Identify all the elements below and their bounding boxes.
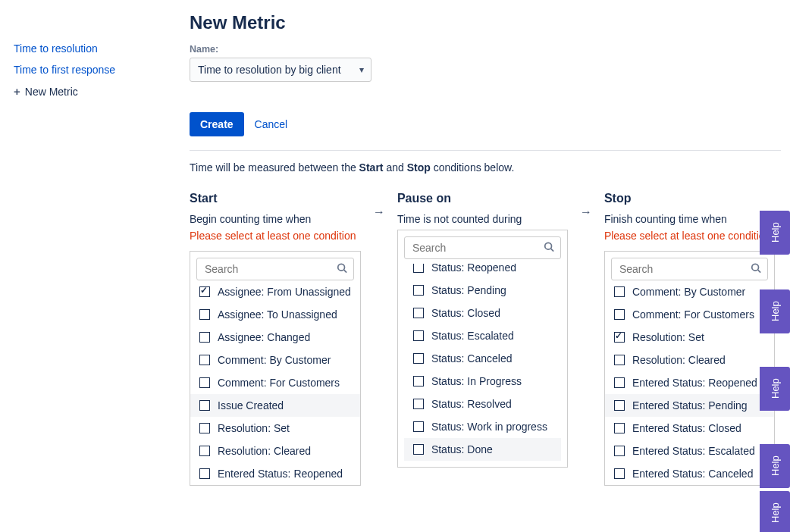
list-item[interactable]: Assignee: Changed	[190, 326, 360, 349]
name-field-label: Name:	[190, 44, 781, 55]
checkbox-icon[interactable]	[199, 400, 210, 411]
stop-search-input[interactable]	[612, 258, 767, 280]
list-item[interactable]: Assignee: To Unassigned	[190, 303, 360, 326]
checkbox-icon[interactable]	[199, 355, 210, 365]
list-item[interactable]: Resolution: Set	[605, 326, 774, 349]
list-item[interactable]: Resolution: Cleared	[190, 440, 360, 462]
start-items-scroll[interactable]: Assignee: From UnassignedAssignee: To Un…	[190, 280, 360, 485]
help-tab[interactable]: Help	[760, 289, 790, 333]
list-item[interactable]: Status: In Progress	[404, 370, 561, 393]
pause-items-scroll[interactable]: Status: ReopenedStatus: PendingStatus: C…	[404, 264, 561, 461]
list-item[interactable]: Status: Escalated	[404, 324, 561, 347]
list-item[interactable]: Entered Status: Escalated	[605, 440, 774, 462]
checkbox-icon[interactable]	[614, 286, 625, 297]
checkbox-icon[interactable]	[614, 309, 625, 320]
checkbox-icon[interactable]	[199, 377, 210, 388]
list-item-label: Issue Created	[218, 399, 284, 412]
list-item-label: Comment: By Customer	[632, 286, 745, 298]
pause-panel: Status: ReopenedStatus: PendingStatus: C…	[397, 230, 568, 468]
list-item[interactable]: Resolution: Cleared	[605, 349, 774, 371]
checkbox-icon[interactable]	[614, 446, 625, 456]
list-item[interactable]: Comment: By Customer	[605, 280, 774, 303]
list-item[interactable]: Entered Status: Reopened	[190, 462, 360, 485]
pause-title: Pause on	[397, 192, 568, 205]
checkbox-icon[interactable]	[199, 309, 210, 320]
list-item[interactable]: Status: Work in progress	[404, 415, 561, 438]
list-item-label: Assignee: To Unassigned	[218, 308, 337, 321]
checkbox-icon[interactable]	[413, 399, 424, 409]
pause-search-wrap	[404, 236, 561, 259]
help-tab[interactable]: Help	[760, 367, 790, 411]
arrow-icon: →	[361, 192, 397, 219]
checkbox-icon[interactable]	[413, 264, 424, 273]
list-item[interactable]: Comment: By Customer	[190, 349, 360, 371]
pause-subtitle: Time is not counted during	[397, 213, 568, 225]
pause-column: Pause on Time is not counted during Stat…	[397, 192, 568, 468]
list-item[interactable]: Issue Created	[190, 394, 360, 417]
checkbox-icon[interactable]	[614, 377, 625, 388]
checkbox-icon[interactable]	[614, 468, 625, 479]
list-item-label: Status: In Progress	[431, 375, 522, 387]
start-error: Please select at least one condition	[190, 230, 361, 242]
plus-icon: +	[14, 85, 20, 98]
list-item[interactable]: Resolution: Set	[190, 417, 360, 440]
checkbox-icon[interactable]	[614, 355, 625, 365]
stop-items-scroll[interactable]: Comment: By CustomerComment: For Custome…	[605, 280, 774, 485]
description-text: Time will be measured between the Start …	[190, 161, 781, 174]
checkbox-icon[interactable]	[413, 353, 424, 364]
list-item[interactable]: Comment: For Customers	[605, 303, 774, 326]
list-item[interactable]: Comment: For Customers	[190, 371, 360, 394]
list-item[interactable]: Assignee: From Unassigned	[190, 280, 360, 303]
sidebar-new-metric-label: New Metric	[25, 86, 78, 98]
checkbox-icon[interactable]	[413, 330, 424, 341]
list-item-label: Assignee: From Unassigned	[218, 286, 351, 298]
checkbox-icon[interactable]	[413, 285, 424, 296]
checkbox-icon[interactable]	[199, 468, 210, 479]
checkbox-icon[interactable]	[614, 423, 625, 433]
sidebar-new-metric[interactable]: + New Metric	[14, 80, 164, 102]
stop-listbox: Comment: By CustomerComment: For Custome…	[604, 251, 775, 486]
list-item[interactable]: Status: Reopened	[404, 264, 561, 279]
list-item-label: Entered Status: Closed	[632, 422, 741, 434]
checkbox-icon[interactable]	[199, 423, 210, 433]
list-item[interactable]: Status: Done	[404, 438, 561, 461]
help-tab[interactable]: Help	[760, 491, 790, 532]
list-item-label: Entered Status: Reopened	[632, 377, 757, 389]
start-search-input[interactable]	[197, 258, 353, 280]
checkbox-icon[interactable]	[413, 421, 424, 432]
checkbox-icon[interactable]	[413, 308, 424, 318]
list-item-label: Comment: By Customer	[218, 354, 331, 366]
list-item[interactable]: Status: Pending	[404, 279, 561, 302]
list-item-label: Entered Status: Canceled	[632, 468, 754, 480]
list-item[interactable]: Status: Canceled	[404, 347, 561, 370]
list-item[interactable]: Entered Status: Pending	[605, 394, 774, 417]
list-item[interactable]: Entered Status: Canceled	[605, 462, 774, 485]
arrow-icon: →	[568, 192, 604, 219]
sidebar-item-time-to-first-response[interactable]: Time to first response	[14, 59, 164, 80]
help-tab[interactable]: Help	[760, 211, 790, 255]
stop-title: Stop	[604, 192, 775, 205]
name-select[interactable]: Time to resolution by big client	[190, 58, 371, 82]
help-tab[interactable]: Help	[760, 444, 790, 488]
checkbox-icon[interactable]	[413, 444, 424, 455]
start-subtitle: Begin counting time when	[190, 213, 361, 225]
cancel-link[interactable]: Cancel	[255, 118, 288, 130]
stop-search-wrap	[611, 258, 768, 280]
create-button[interactable]: Create	[190, 112, 244, 136]
list-item[interactable]: Entered Status: Reopened	[605, 371, 774, 394]
name-select-wrapper: Time to resolution by big client	[190, 58, 371, 82]
pause-search-input[interactable]	[405, 237, 560, 258]
checkbox-icon[interactable]	[614, 400, 625, 411]
stop-column: Stop Finish counting time when Please se…	[604, 192, 775, 486]
checkbox-icon[interactable]	[199, 332, 210, 343]
list-item[interactable]: Status: Resolved	[404, 393, 561, 415]
sidebar-item-time-to-resolution[interactable]: Time to resolution	[14, 38, 164, 59]
checkbox-icon[interactable]	[413, 376, 424, 386]
list-item[interactable]: Entered Status: Closed	[605, 417, 774, 440]
checkbox-icon[interactable]	[614, 332, 625, 343]
list-item[interactable]: Status: Closed	[404, 302, 561, 324]
checkbox-icon[interactable]	[199, 446, 210, 456]
action-row: Create Cancel	[190, 112, 781, 136]
checkbox-icon[interactable]	[199, 286, 210, 297]
list-item-label: Status: Closed	[431, 307, 500, 319]
